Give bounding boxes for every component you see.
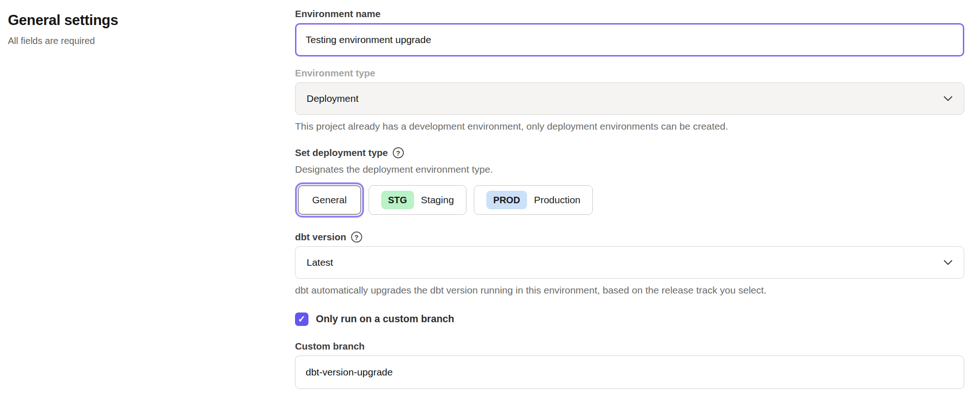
environment-type-field: Environment type Deployment This project… [295, 68, 964, 132]
help-icon[interactable]: ? [351, 231, 362, 243]
dbt-version-helper: dbt automatically upgrades the dbt versi… [295, 284, 964, 296]
chevron-down-icon [943, 96, 953, 101]
deployment-type-option-staging[interactable]: STG Staging [369, 185, 466, 215]
check-icon: ✓ [298, 314, 306, 324]
deployment-type-option-general-label: General [312, 194, 347, 206]
environment-type-helper: This project already has a development e… [295, 120, 964, 132]
dbt-version-select[interactable]: Latest [295, 246, 964, 279]
production-badge: PROD [486, 191, 527, 209]
environment-name-label: Environment name [295, 8, 964, 19]
custom-branch-input[interactable] [295, 356, 964, 389]
custom-branch-toggle-row: ✓ Only run on a custom branch [295, 312, 964, 326]
page-title: General settings [8, 12, 295, 29]
chevron-down-icon [943, 260, 953, 265]
environment-type-select: Deployment [295, 82, 964, 115]
custom-branch-field: Custom branch [295, 341, 964, 389]
custom-branch-checkbox[interactable]: ✓ [295, 312, 308, 326]
general-settings-page: General settings All fields are required… [0, 0, 980, 389]
staging-badge: STG [381, 191, 414, 209]
settings-intro: General settings All fields are required [8, 8, 295, 389]
environment-name-input[interactable] [295, 23, 964, 56]
page-subtitle: All fields are required [8, 36, 295, 46]
environment-type-label: Environment type [295, 68, 964, 79]
deployment-type-options: General STG Staging PROD Production [295, 182, 964, 218]
environment-name-field: Environment name [295, 8, 964, 56]
dbt-version-label: dbt version ? [295, 231, 964, 243]
custom-branch-label: Custom branch [295, 341, 964, 352]
deployment-type-description: Designates the deployment environment ty… [295, 164, 964, 175]
environment-type-value: Deployment [307, 93, 358, 104]
dbt-version-label-text: dbt version [295, 231, 346, 243]
deployment-type-label-text: Set deployment type [295, 147, 388, 158]
deployment-type-label: Set deployment type ? [295, 147, 964, 158]
custom-branch-toggle-label[interactable]: Only run on a custom branch [316, 313, 454, 325]
deployment-type-field: Set deployment type ? Designates the dep… [295, 147, 964, 218]
dbt-version-field: dbt version ? Latest dbt automatically u… [295, 231, 964, 296]
settings-form: Environment name Environment type Deploy… [295, 8, 964, 389]
deployment-type-option-production-label: Production [534, 194, 580, 206]
deployment-type-option-production[interactable]: PROD Production [474, 185, 593, 215]
help-icon[interactable]: ? [393, 147, 404, 158]
deployment-type-option-general[interactable]: General [298, 185, 361, 215]
deployment-type-option-staging-label: Staging [421, 194, 454, 206]
dbt-version-value: Latest [307, 257, 333, 268]
